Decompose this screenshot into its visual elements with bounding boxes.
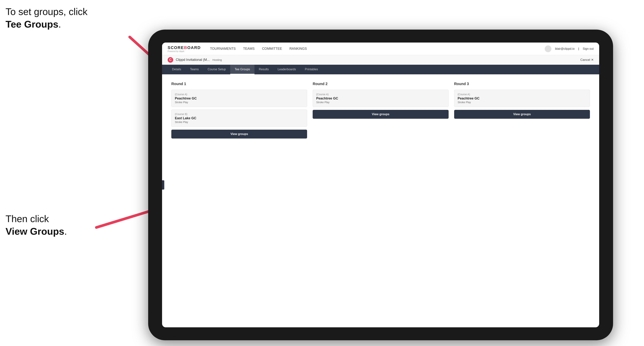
round-3-column: Round 3 (Course A) Peachtree GC Stroke P… [454,82,590,139]
instruction-bottom: Then click View Groups. [6,213,67,238]
logo-subtitle: Powered by clippit [168,50,201,52]
nav-rankings[interactable]: RANKINGS [290,46,307,51]
separator: | [578,47,579,50]
nav-right: blair@clippd.io | Sign out [545,45,594,52]
tab-teams[interactable]: Teams [186,65,203,74]
tab-details[interactable]: Details [168,65,186,74]
round-1-course-b-label: (Course B) [175,113,304,116]
tab-course-setup[interactable]: Course Setup [203,65,230,74]
tab-results[interactable]: Results [254,65,273,74]
round-3-course-a-format: Stroke Play [458,101,586,104]
instruction-top-line2: Tee Groups [6,19,58,30]
tournament-name: Clippd Invitational (M... Hosting [176,58,580,62]
hosting-badge: Hosting [212,58,222,61]
round-1-course-a-format: Stroke Play [175,101,304,104]
round-3-course-a-card: (Course A) Peachtree GC Stroke Play [454,90,590,107]
round-1-course-a-card: (Course A) Peachtree GC Stroke Play [171,90,307,107]
rounds-container: Round 1 (Course A) Peachtree GC Stroke P… [171,82,590,139]
round-2-column: Round 2 (Course A) Peachtree GC Stroke P… [313,82,448,139]
round-3-view-groups-button[interactable]: View groups [454,110,590,119]
nav-committee[interactable]: COMMITTEE [262,46,282,51]
round-2-course-a-card: (Course A) Peachtree GC Stroke Play [313,90,448,107]
round-1-course-b-name: East Lake GC [175,116,304,120]
nav-teams[interactable]: TEAMS [243,46,255,51]
instruction-bottom-line1: Then click [6,213,49,224]
round-2-course-a-name: Peachtree GC [316,97,445,100]
round-1-column: Round 1 (Course A) Peachtree GC Stroke P… [171,82,307,139]
tablet-screen: SCOREBOARD Powered by clippit TOURNAMENT… [162,42,599,327]
cancel-button[interactable]: Cancel ✕ [580,58,594,62]
round-3-title: Round 3 [454,82,590,86]
tournament-logo: C [168,57,173,63]
round-2-view-groups-button[interactable]: View groups [313,110,448,119]
sub-header: C Clippd Invitational (M... Hosting Canc… [162,55,599,65]
round-1-view-groups-button[interactable]: View groups [171,130,307,139]
tab-leaderboards[interactable]: Leaderboards [273,65,300,74]
main-content: Round 1 (Course A) Peachtree GC Stroke P… [162,74,599,146]
round-2-title: Round 2 [313,82,448,86]
sign-out-link[interactable]: Sign out [583,47,594,50]
app-logo: SCOREBOARD [168,45,201,50]
user-avatar [545,45,552,52]
tab-bar: Details Teams Course Setup Tee Groups Re… [162,65,599,74]
user-email: blair@clippd.io [555,47,574,50]
instruction-top: To set groups, click Tee Groups. [6,5,88,30]
round-1-course-b-format: Stroke Play [175,121,304,124]
tab-printables[interactable]: Printables [300,65,322,74]
tab-tee-groups[interactable]: Tee Groups [230,65,254,74]
tablet-frame: SCOREBOARD Powered by clippit TOURNAMENT… [148,30,613,340]
round-2-course-a-format: Stroke Play [316,101,445,104]
instruction-top-line1: To set groups, click [6,6,88,17]
logo-area: SCOREBOARD Powered by clippit [168,45,201,52]
round-1-course-b-card: (Course B) East Lake GC Stroke Play [171,110,307,127]
instruction-bottom-line2: View Groups [6,226,64,237]
round-1-course-a-name: Peachtree GC [175,97,304,100]
round-2-course-a-label: (Course A) [316,93,445,96]
nav-tournaments[interactable]: TOURNAMENTS [210,46,236,51]
round-3-course-a-name: Peachtree GC [458,97,586,100]
round-1-title: Round 1 [171,82,307,86]
round-3-course-a-label: (Course A) [458,93,586,96]
top-nav: SCOREBOARD Powered by clippit TOURNAMENT… [162,42,599,55]
round-1-course-a-label: (Course A) [175,93,304,96]
side-panel-toggle[interactable] [162,180,164,189]
nav-links: TOURNAMENTS TEAMS COMMITTEE RANKINGS [210,46,545,51]
